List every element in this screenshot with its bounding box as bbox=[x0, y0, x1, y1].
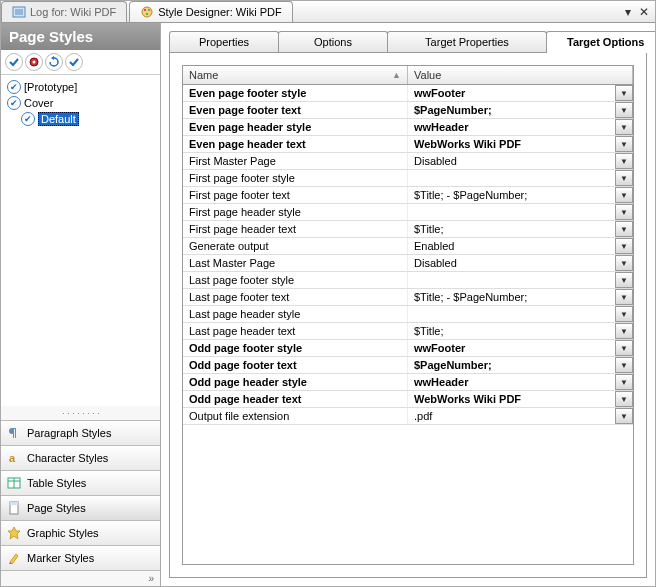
cell-value: wwHeader bbox=[408, 374, 615, 390]
dropdown-arrow-icon[interactable]: ▼ bbox=[615, 119, 633, 135]
grid-row[interactable]: First page header text$Title;▼ bbox=[183, 221, 633, 238]
dropdown-arrow-icon[interactable]: ▼ bbox=[615, 272, 633, 288]
dropdown-arrow-icon[interactable]: ▼ bbox=[615, 357, 633, 373]
dropdown-arrow-icon[interactable]: ▼ bbox=[615, 408, 633, 424]
sidebar-item-marker-styles[interactable]: Marker Styles bbox=[1, 546, 160, 571]
tab-target-properties[interactable]: Target Properties bbox=[387, 31, 547, 52]
dropdown-arrow-icon[interactable]: ▼ bbox=[615, 323, 633, 339]
cell-value: $PageNumber; bbox=[408, 357, 615, 373]
dropdown-arrow-icon[interactable]: ▼ bbox=[615, 374, 633, 390]
sidebar-expand-button[interactable]: » bbox=[1, 571, 160, 586]
tab-style-designer[interactable]: Style Designer: Wiki PDF bbox=[129, 1, 292, 22]
dropdown-arrow-icon[interactable]: ▼ bbox=[615, 306, 633, 322]
grid-row[interactable]: Even page footer text$PageNumber;▼ bbox=[183, 102, 633, 119]
grid-row[interactable]: First page header style▼ bbox=[183, 204, 633, 221]
grid-row[interactable]: Even page header textWebWorks Wiki PDF▼ bbox=[183, 136, 633, 153]
cell-name: Even page header text bbox=[183, 136, 408, 152]
grid-row[interactable]: Last page footer text$Title; - $PageNumb… bbox=[183, 289, 633, 306]
cell-name: First Master Page bbox=[183, 153, 408, 169]
grid-row[interactable]: Generate outputEnabled▼ bbox=[183, 238, 633, 255]
grid-row[interactable]: Output file extension.pdf▼ bbox=[183, 408, 633, 425]
toolbar-check-icon[interactable] bbox=[5, 53, 23, 71]
check-icon: ✔ bbox=[7, 96, 21, 110]
dropdown-arrow-icon[interactable]: ▼ bbox=[615, 340, 633, 356]
cell-value bbox=[408, 204, 615, 220]
cell-value: .pdf bbox=[408, 408, 615, 424]
grid-row[interactable]: Last page footer style▼ bbox=[183, 272, 633, 289]
grid-row[interactable]: Last page header style▼ bbox=[183, 306, 633, 323]
grid-row[interactable]: First page footer text$Title; - $PageNum… bbox=[183, 187, 633, 204]
cell-value: wwHeader bbox=[408, 119, 615, 135]
grid-row[interactable]: Odd page header textWebWorks Wiki PDF▼ bbox=[183, 391, 633, 408]
grid-body: Even page footer stylewwFooter▼Even page… bbox=[183, 85, 633, 564]
cell-name: Odd page header style bbox=[183, 374, 408, 390]
grid-row[interactable]: Odd page footer stylewwFooter▼ bbox=[183, 340, 633, 357]
cell-name: Last page footer text bbox=[183, 289, 408, 305]
minimize-icon[interactable]: ▾ bbox=[625, 5, 631, 19]
cell-value: Disabled bbox=[408, 255, 615, 271]
svg-text:a: a bbox=[9, 452, 16, 464]
tab-properties[interactable]: Properties bbox=[169, 31, 279, 52]
grid-row[interactable]: Even page footer stylewwFooter▼ bbox=[183, 85, 633, 102]
tree-item-label: Cover bbox=[24, 97, 53, 109]
column-header-value[interactable]: Value bbox=[408, 66, 633, 84]
grid-row[interactable]: Even page header stylewwHeader▼ bbox=[183, 119, 633, 136]
dropdown-arrow-icon[interactable]: ▼ bbox=[615, 102, 633, 118]
toolbar-check2-icon[interactable] bbox=[65, 53, 83, 71]
cell-name: Last page header text bbox=[183, 323, 408, 339]
cell-name: Odd page header text bbox=[183, 391, 408, 407]
sidebar-item-label: Table Styles bbox=[27, 477, 86, 489]
sidebar-item-paragraph-styles[interactable]: Paragraph Styles bbox=[1, 421, 160, 446]
dropdown-arrow-icon[interactable]: ▼ bbox=[615, 289, 633, 305]
close-icon[interactable]: ✕ bbox=[639, 5, 649, 19]
column-header-name[interactable]: Name▲ bbox=[183, 66, 408, 84]
dropdown-arrow-icon[interactable]: ▼ bbox=[615, 391, 633, 407]
tab-options[interactable]: Options bbox=[278, 31, 388, 52]
grid-row[interactable]: Odd page footer text$PageNumber;▼ bbox=[183, 357, 633, 374]
cell-name: Odd page footer style bbox=[183, 340, 408, 356]
tree-item-cover[interactable]: ✔ Cover bbox=[3, 95, 158, 111]
dropdown-arrow-icon[interactable]: ▼ bbox=[615, 136, 633, 152]
grid-row[interactable]: First Master PageDisabled▼ bbox=[183, 153, 633, 170]
dropdown-arrow-icon[interactable]: ▼ bbox=[615, 238, 633, 254]
dropdown-arrow-icon[interactable]: ▼ bbox=[615, 187, 633, 203]
dropdown-arrow-icon[interactable]: ▼ bbox=[615, 85, 633, 101]
tree-item-label: Default bbox=[38, 112, 79, 126]
style-tree: ✔ [Prototype] ✔ Cover ✔ Default bbox=[1, 75, 160, 406]
sidebar-item-label: Page Styles bbox=[27, 502, 86, 514]
dropdown-arrow-icon[interactable]: ▼ bbox=[615, 255, 633, 271]
dropdown-arrow-icon[interactable]: ▼ bbox=[615, 153, 633, 169]
tree-item-default[interactable]: ✔ Default bbox=[3, 111, 158, 127]
grid-row[interactable]: Odd page header stylewwHeader▼ bbox=[183, 374, 633, 391]
tab-log[interactable]: Log for: Wiki PDF bbox=[1, 1, 127, 22]
svg-rect-15 bbox=[10, 502, 18, 505]
cell-name: First page header text bbox=[183, 221, 408, 237]
tab-target-options[interactable]: Target Options bbox=[546, 31, 656, 52]
cell-value: wwFooter bbox=[408, 340, 615, 356]
tree-item-prototype[interactable]: ✔ [Prototype] bbox=[3, 79, 158, 95]
dropdown-arrow-icon[interactable]: ▼ bbox=[615, 170, 633, 186]
sidebar-item-page-styles[interactable]: Page Styles bbox=[1, 496, 160, 521]
cell-value: WebWorks Wiki PDF bbox=[408, 136, 615, 152]
property-tabs: Properties Options Target Properties Tar… bbox=[169, 31, 647, 53]
cell-name: Last page footer style bbox=[183, 272, 408, 288]
grid-row[interactable]: First page footer style▼ bbox=[183, 170, 633, 187]
cell-name: Odd page footer text bbox=[183, 357, 408, 373]
sidebar-item-character-styles[interactable]: a Character Styles bbox=[1, 446, 160, 471]
sidebar-item-graphic-styles[interactable]: Graphic Styles bbox=[1, 521, 160, 546]
paragraph-icon bbox=[7, 426, 21, 440]
sidebar-item-table-styles[interactable]: Table Styles bbox=[1, 471, 160, 496]
tab-log-label: Log for: Wiki PDF bbox=[30, 6, 116, 18]
toolbar-refresh-icon[interactable] bbox=[45, 53, 63, 71]
cell-name: Last page header style bbox=[183, 306, 408, 322]
tree-item-label: [Prototype] bbox=[24, 81, 77, 93]
cell-value bbox=[408, 170, 615, 186]
grid-row[interactable]: Last page header text$Title;▼ bbox=[183, 323, 633, 340]
dropdown-arrow-icon[interactable]: ▼ bbox=[615, 221, 633, 237]
grid-row[interactable]: Last Master PageDisabled▼ bbox=[183, 255, 633, 272]
cell-name: Generate output bbox=[183, 238, 408, 254]
sidebar-splitter[interactable]: ٠٠٠٠٠٠٠٠ bbox=[1, 406, 160, 420]
toolbar-target-icon[interactable] bbox=[25, 53, 43, 71]
dropdown-arrow-icon[interactable]: ▼ bbox=[615, 204, 633, 220]
sidebar: Page Styles ✔ [Prototype] ✔ Cover ✔ Defa… bbox=[1, 23, 161, 586]
